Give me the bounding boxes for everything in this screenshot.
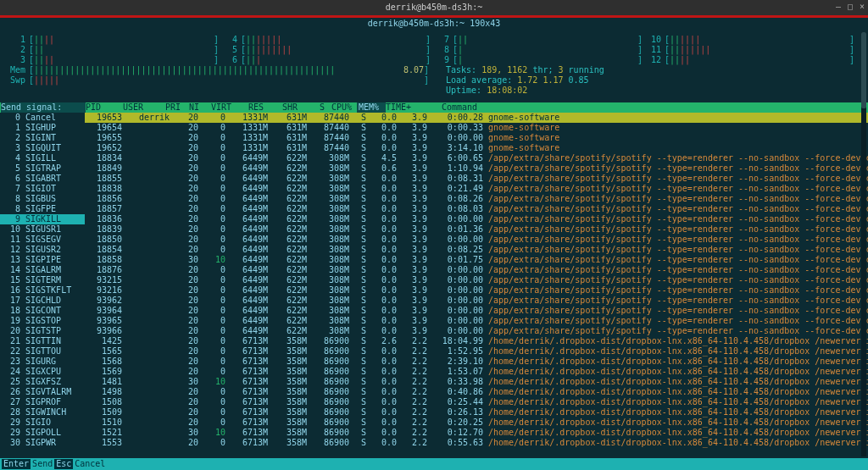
- signal-list[interactable]: 0Cancel1SIGHUP2SIGINT3SIGQUIT4SIGILL5SIG…: [0, 113, 85, 448]
- signal-sigalrm[interactable]: 14SIGALRM: [0, 265, 85, 275]
- signal-sigxfsz[interactable]: 25SIGXFSZ: [0, 377, 85, 387]
- process-row[interactable]: 939622006449M622M308MS0.03.90:00.00 /app…: [85, 296, 868, 306]
- signal-sighup[interactable]: 1SIGHUP: [0, 123, 85, 133]
- maximize-icon[interactable]: □: [848, 2, 853, 12]
- process-row[interactable]: 15692006713M358M86900S0.02.21:53.07 /hom…: [85, 367, 868, 377]
- process-row[interactable]: 932162006449M622M308MS0.03.90:00.00 /app…: [85, 285, 868, 296]
- process-row[interactable]: 188392006449M622M308MS0.03.90:01.36 /app…: [85, 224, 868, 235]
- signal-sigpipe[interactable]: 13SIGPIPE: [0, 255, 85, 265]
- col-res[interactable]: RES: [248, 102, 282, 113]
- loadavg: Load average: 1.72 1.17 0.85: [429, 75, 861, 86]
- col-cmd[interactable]: Command: [437, 102, 477, 113]
- col-pri[interactable]: PRI: [165, 102, 189, 113]
- col-pid[interactable]: PID: [86, 102, 123, 113]
- process-row[interactable]: 188542006449M622M308MS0.03.90:08.25 /app…: [85, 245, 868, 255]
- process-list[interactable]: 19653derrik2001331M631M87440S0.03.90:00.…: [85, 113, 868, 448]
- signal-sigwinch[interactable]: 28SIGWINCH: [0, 407, 85, 417]
- process-row[interactable]: 196542001331M631M87440S0.03.90:00.33 gno…: [85, 123, 868, 133]
- process-row[interactable]: 196552001331M631M87440S0.03.90:00.00 gno…: [85, 133, 868, 143]
- process-row[interactable]: 15532006713M358M86900S0.02.20:55.63 /hom…: [85, 438, 868, 448]
- process-row[interactable]: 15102006713M358M86900S0.02.20:20.25 /hom…: [85, 417, 868, 428]
- signal-sigurg[interactable]: 23SIGURG: [0, 357, 85, 367]
- signal-sigchld[interactable]: 17SIGCHLD: [0, 296, 85, 306]
- process-row[interactable]: 188492006449M622M308MS0.63.91:10.94 /app…: [85, 163, 868, 174]
- process-row[interactable]: 14252006713M358M86900S2.62.218:04.99 /ho…: [85, 336, 868, 346]
- signal-sigtstp[interactable]: 20SIGTSTP: [0, 326, 85, 336]
- tab-title: derrik@b450m-ds3h:~ 190x43: [368, 19, 501, 29]
- cpu-meter-8: 8[|]: [431, 45, 643, 55]
- col-virt[interactable]: VIRT: [211, 102, 248, 113]
- process-row[interactable]: 188572006449M622M308MS0.03.90:08.03 /app…: [85, 204, 868, 214]
- scrollbar[interactable]: [861, 32, 866, 456]
- window-title: derrik@b450m-ds3h:~: [386, 3, 482, 13]
- col-mem[interactable]: MEM%: [357, 102, 386, 113]
- swp-label: Swp: [7, 75, 29, 86]
- signal-sigcont[interactable]: 18SIGCONT: [0, 306, 85, 316]
- process-row[interactable]: 19653derrik2001331M631M87440S0.03.90:00.…: [85, 113, 868, 123]
- send-signal-label: Send signal:: [1, 102, 86, 113]
- key-esc[interactable]: Esc: [54, 459, 73, 469]
- signal-sigint[interactable]: 2SIGINT: [0, 133, 85, 143]
- process-row[interactable]: 188762006449M622M308MS0.03.90:00.00 /app…: [85, 265, 868, 275]
- signal-sigkill[interactable]: 9SIGKILL: [0, 214, 85, 224]
- col-shr[interactable]: SHR: [282, 102, 320, 113]
- process-row[interactable]: 188562006449M622M308MS0.03.90:08.26 /app…: [85, 194, 868, 204]
- column-header-row[interactable]: Send signal: PID USER PRI NI VIRT RES SH…: [0, 102, 868, 113]
- process-row[interactable]: 188362006449M622M308MS0.03.90:00.00 /app…: [85, 214, 868, 224]
- signal-sigvtalrm[interactable]: 26SIGVTALRM: [0, 387, 85, 397]
- process-row[interactable]: 939652006449M622M308MS0.03.90:00.00 /app…: [85, 316, 868, 326]
- process-row[interactable]: 148130106713M358M86900S0.02.20:33.98 /ho…: [85, 377, 868, 387]
- signal-sigfpe[interactable]: 8SIGFPE: [0, 204, 85, 214]
- process-row[interactable]: 196522001331M631M87440S0.03.93:14.10 gno…: [85, 143, 868, 153]
- signal-sigttin[interactable]: 21SIGTTIN: [0, 336, 85, 346]
- process-row[interactable]: 14982006713M358M86900S0.02.20:40.86 /hom…: [85, 387, 868, 397]
- close-icon[interactable]: ×: [860, 2, 865, 12]
- signal-cancel[interactable]: 0Cancel: [0, 113, 85, 123]
- cpu-meter-11: 11[||||||||]: [643, 45, 854, 55]
- process-row[interactable]: 188502006449M622M308MS0.03.90:00.00 /app…: [85, 235, 868, 245]
- signal-sigxcpu[interactable]: 24SIGXCPU: [0, 367, 85, 377]
- signal-sigio[interactable]: 29SIGIO: [0, 417, 85, 428]
- col-time[interactable]: TIME+: [386, 102, 437, 113]
- col-s[interactable]: S: [320, 102, 331, 113]
- process-row[interactable]: 932152006449M622M308MS0.03.90:00.00 /app…: [85, 275, 868, 285]
- process-row[interactable]: 15092006713M358M86900S0.02.20:26.13 /hom…: [85, 407, 868, 417]
- signal-sigquit[interactable]: 3SIGQUIT: [0, 143, 85, 153]
- signal-sigprof[interactable]: 27SIGPROF: [0, 397, 85, 407]
- process-row[interactable]: 188342006449M622M308MS4.53.96:00.65 /app…: [85, 153, 868, 163]
- signal-sigiot[interactable]: 7SIGIOT: [0, 184, 85, 194]
- signal-sigsegv[interactable]: 11SIGSEGV: [0, 235, 85, 245]
- process-row[interactable]: 939662006449M622M308MS0.03.90:00.00 /app…: [85, 326, 868, 336]
- minimize-icon[interactable]: –: [836, 2, 841, 12]
- process-row[interactable]: 15082006713M358M86900S0.02.20:25.44 /hom…: [85, 397, 868, 407]
- process-row[interactable]: 1885830106449M622M308MS0.03.90:01.75 /ap…: [85, 255, 868, 265]
- col-user[interactable]: USER: [123, 102, 165, 113]
- process-row[interactable]: 15682006713M358M86900S0.02.22:39.10 /hom…: [85, 357, 868, 367]
- cpu-meter-7: 7[||]: [431, 35, 643, 45]
- signal-sigusr2[interactable]: 12SIGUSR2: [0, 245, 85, 255]
- tab-bar[interactable]: derrik@b450m-ds3h:~ 190x43: [0, 18, 868, 30]
- signal-sigusr1[interactable]: 10SIGUSR1: [0, 224, 85, 235]
- col-cpu[interactable]: CPU%: [331, 102, 357, 113]
- cpu-meter-6: 6[|||]: [219, 55, 431, 65]
- signal-sigterm[interactable]: 15SIGTERM: [0, 275, 85, 285]
- footer-bar: Enter Send Esc Cancel: [0, 458, 868, 470]
- signal-sigill[interactable]: 4SIGILL: [0, 153, 85, 163]
- titlebar[interactable]: derrik@b450m-ds3h:~ – □ ×: [0, 0, 868, 15]
- process-row[interactable]: 152130106713M358M86900S0.02.20:12.70 /ho…: [85, 428, 868, 438]
- signal-sigpoll[interactable]: 29SIGPOLL: [0, 428, 85, 438]
- signal-sigtrap[interactable]: 5SIGTRAP: [0, 163, 85, 174]
- scrollbar-thumb[interactable]: [861, 32, 866, 108]
- process-row[interactable]: 939642006449M622M308MS0.03.90:00.00 /app…: [85, 306, 868, 316]
- signal-sigttou[interactable]: 22SIGTTOU: [0, 346, 85, 357]
- key-enter[interactable]: Enter: [2, 459, 31, 469]
- signal-sigbus[interactable]: 8SIGBUS: [0, 194, 85, 204]
- col-ni[interactable]: NI: [189, 102, 211, 113]
- signal-sigstop[interactable]: 19SIGSTOP: [0, 316, 85, 326]
- process-row[interactable]: 188382006449M622M308MS0.03.90:21.49 /app…: [85, 184, 868, 194]
- signal-sigpwr[interactable]: 30SIGPWR: [0, 438, 85, 448]
- process-row[interactable]: 15652006713M358M86900S0.02.21:52.95 /hom…: [85, 346, 868, 357]
- process-row[interactable]: 188552006449M622M308MS0.03.90:08.31 /app…: [85, 174, 868, 184]
- signal-sigstkflt[interactable]: 16SIGSTKFLT: [0, 285, 85, 296]
- signal-sigabrt[interactable]: 6SIGABRT: [0, 174, 85, 184]
